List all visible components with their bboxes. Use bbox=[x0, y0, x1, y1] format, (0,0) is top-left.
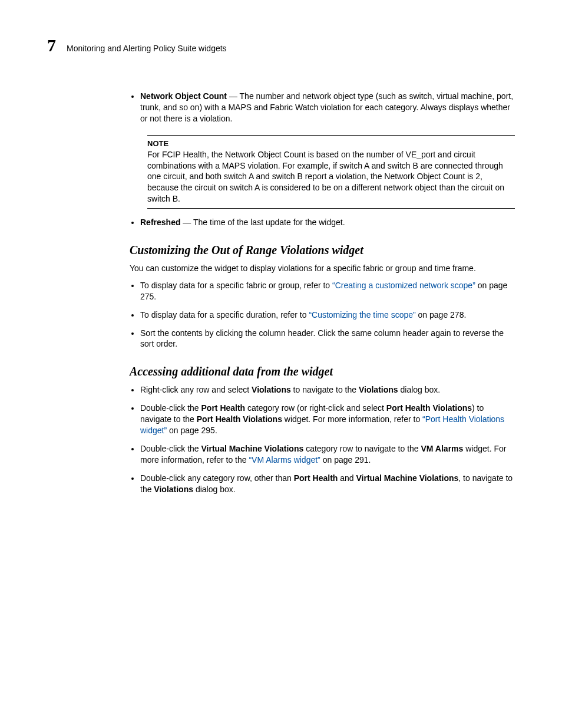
content-area: Network Object Count — The number and ne… bbox=[130, 91, 515, 495]
body-text: Sort the contents by clicking the column… bbox=[140, 328, 504, 349]
term: Network Object Count bbox=[140, 91, 227, 101]
body-text: widget. For more information, refer to bbox=[282, 414, 422, 424]
body-text: dialog box. bbox=[398, 385, 441, 394]
section-heading-accessing: Accessing additional data from the widge… bbox=[130, 365, 515, 378]
body-text: on page 291. bbox=[320, 455, 371, 465]
header-title: Monitoring and Alerting Policy Suite wid… bbox=[67, 44, 227, 53]
note-heading: NOTE bbox=[147, 139, 515, 148]
note-box: NOTE For FCIP Health, the Network Object… bbox=[147, 135, 515, 209]
body-text: and bbox=[338, 473, 356, 483]
section1-list: To display data for a specific fabric or… bbox=[130, 280, 515, 350]
term: Violations bbox=[359, 385, 398, 394]
body-text: Double-click the bbox=[140, 403, 201, 413]
list-item: Right-click any row and select Violation… bbox=[140, 384, 515, 396]
body-text: on page 278. bbox=[416, 310, 467, 319]
term: VM Alarms bbox=[421, 444, 463, 453]
list-item: Double-click the Port Health category ro… bbox=[140, 403, 515, 436]
page: 7 Monitoring and Alerting Policy Suite w… bbox=[0, 0, 562, 541]
body-text: to navigate to the bbox=[291, 385, 359, 394]
body-text: Right-click any row and select bbox=[140, 385, 252, 394]
list-item: Refreshed — The time of the last update … bbox=[140, 217, 515, 228]
term: Violations bbox=[154, 485, 193, 494]
term: Refreshed bbox=[140, 218, 180, 227]
note-body: For FCIP Health, the Network Object Coun… bbox=[147, 149, 515, 205]
section2-list: Right-click any row and select Violation… bbox=[130, 384, 515, 495]
list-item: Sort the contents by clicking the column… bbox=[140, 328, 515, 350]
term: Port Health bbox=[294, 473, 338, 483]
body-text: Double-click any category row, other tha… bbox=[140, 473, 294, 483]
list-item: To display data for a specific duration,… bbox=[140, 309, 515, 321]
body-text: category row (or right-click and select bbox=[245, 403, 386, 413]
running-header: 7 Monitoring and Alerting Policy Suite w… bbox=[47, 35, 515, 55]
body-text: — The time of the last update for the wi… bbox=[180, 218, 345, 227]
list-item: To display data for a specific fabric or… bbox=[140, 280, 515, 302]
body-text: You can customize the widget to display … bbox=[130, 263, 515, 274]
chapter-number: 7 bbox=[47, 35, 56, 55]
term: Port Health bbox=[201, 403, 246, 413]
body-list-after-note: Refreshed — The time of the last update … bbox=[130, 217, 515, 228]
term: Violations bbox=[252, 385, 291, 394]
body-list-top: Network Object Count — The number and ne… bbox=[130, 91, 515, 124]
link-customizing-time-scope[interactable]: “Customizing the time scope” bbox=[309, 310, 415, 319]
list-item: Network Object Count — The number and ne… bbox=[140, 91, 515, 124]
list-item: Double-click any category row, other tha… bbox=[140, 473, 515, 495]
link-vm-alarms-widget[interactable]: “VM Alarms widget” bbox=[249, 455, 320, 465]
body-text: dialog box. bbox=[193, 485, 236, 494]
body-text: on page 295. bbox=[167, 426, 217, 435]
term: Port Health Violations bbox=[386, 403, 472, 413]
term: Virtual Machine Violations bbox=[201, 444, 304, 453]
body-text: To display data for a specific duration,… bbox=[140, 310, 309, 319]
section-heading-customizing: Customizing the Out of Range Violations … bbox=[130, 243, 515, 257]
link-creating-customized-network-scope[interactable]: “Creating a customized network scope” bbox=[332, 281, 475, 290]
term: Port Health Violations bbox=[197, 414, 282, 424]
body-text: To display data for a specific fabric or… bbox=[140, 281, 332, 290]
term: Virtual Machine Violations bbox=[356, 473, 459, 483]
body-text: Double-click the bbox=[140, 444, 201, 453]
list-item: Double-click the Virtual Machine Violati… bbox=[140, 443, 515, 466]
body-text: category row to navigate to the bbox=[303, 444, 421, 453]
